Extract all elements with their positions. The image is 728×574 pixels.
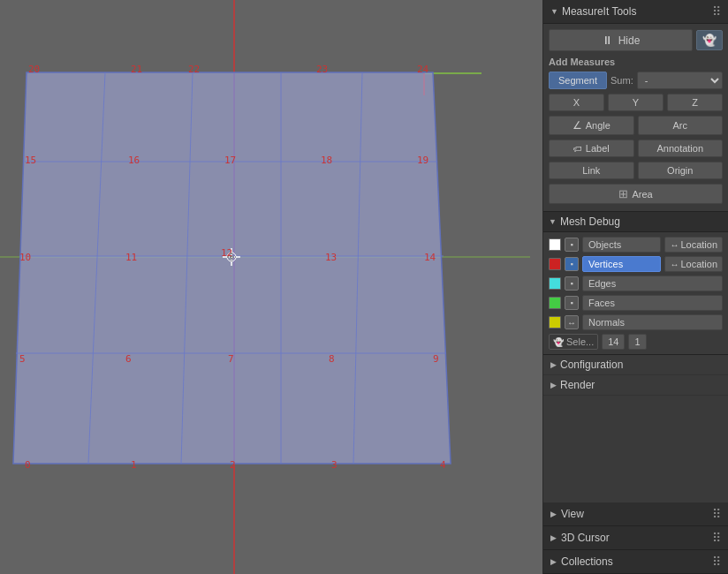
chevron-right-icon-config: ▶ — [550, 360, 557, 369]
view-section[interactable]: ▶ View ⠿ — [543, 502, 728, 526]
sum-label: Sum: — [610, 75, 633, 86]
normals-row: ↔ Normals — [549, 314, 723, 330]
grid-svg — [0, 0, 542, 574]
label-2: 2 — [230, 459, 236, 471]
angle-arc-row: ∠ Angle Arc — [549, 116, 723, 135]
view-label: View — [561, 508, 584, 520]
cursor-label: 3D Cursor — [561, 532, 610, 544]
vertices-location-btn[interactable]: ↔ Location — [664, 256, 723, 272]
xyz-row: X Y Z — [549, 94, 723, 111]
objects-label-btn[interactable]: Objects — [582, 237, 661, 253]
faces-row: ▪ Faces — [549, 295, 723, 311]
faces-swatch — [549, 297, 561, 309]
z-button[interactable]: Z — [667, 94, 723, 111]
label-10: 10 — [19, 252, 31, 263]
ghost-button[interactable]: 👻 — [696, 30, 723, 50]
objects-row: ▪ Objects ↔ Location — [549, 237, 723, 253]
sele-button[interactable]: 👻 Sele... — [549, 334, 598, 350]
vertices-location-text: Location — [680, 259, 717, 269]
label-21: 21 — [131, 64, 142, 75]
collections-label: Collections — [561, 555, 613, 568]
ghost-icon: 👻 — [702, 34, 717, 47]
dots-icon-view: ⠿ — [712, 507, 721, 521]
sum-select[interactable]: - + — [637, 72, 723, 89]
chevron-right-icon-collections: ▶ — [550, 557, 557, 566]
x-button[interactable]: X — [549, 94, 604, 111]
angle-label: Angle — [586, 120, 610, 131]
angle-button[interactable]: ∠ Angle — [549, 116, 634, 135]
edges-swatch — [549, 277, 561, 290]
label-18: 18 — [321, 155, 332, 166]
label-text: Label — [586, 143, 610, 154]
label-16: 16 — [128, 155, 140, 166]
chevron-right-icon-render: ▶ — [550, 381, 557, 389]
render-row[interactable]: ▶ Render — [543, 375, 728, 396]
normals-swatch — [549, 316, 561, 329]
right-panel: ▼ MeasureIt Tools ⠿ ⏸ Hide 👻 Add Measure… — [542, 0, 728, 574]
edges-label-btn[interactable]: Edges — [582, 276, 723, 291]
label-6: 6 — [125, 353, 132, 365]
area-label: Area — [632, 189, 652, 200]
normals-toggle[interactable]: ↔ — [565, 315, 579, 329]
hide-row: ⏸ Hide 👻 — [549, 29, 723, 51]
dots-icon-collections: ⠿ — [712, 555, 721, 569]
y-button[interactable]: Y — [608, 94, 664, 111]
mesh-debug-header[interactable]: ▼ Mesh Debug — [543, 212, 728, 232]
sele-num2[interactable]: 1 — [628, 334, 646, 350]
label-14: 14 — [424, 252, 436, 263]
cursor-section[interactable]: ▶ 3D Cursor ⠿ — [543, 526, 728, 550]
area-row: ⊞ Area — [549, 184, 723, 204]
segment-button[interactable]: Segment — [549, 72, 607, 89]
measureit-content: ⏸ Hide 👻 Add Measures Segment Sum: - + X… — [543, 24, 728, 212]
faces-label-btn[interactable]: Faces — [582, 295, 723, 311]
origin-button[interactable]: Origin — [638, 162, 724, 179]
arrow-icon-v: ↔ — [670, 260, 679, 269]
render-label: Render — [560, 379, 595, 391]
hide-button[interactable]: ⏸ Hide — [549, 29, 693, 51]
dots-icon-cursor: ⠿ — [712, 531, 721, 545]
sele-text: Sele... — [566, 336, 594, 347]
mesh-debug-title: Mesh Debug — [560, 215, 620, 228]
label-button[interactable]: 🏷 Label — [549, 140, 634, 157]
sele-row: 👻 Sele... 14 1 — [549, 334, 723, 350]
edges-row: ▪ Edges — [549, 276, 723, 291]
svg-marker-4 — [13, 72, 451, 464]
label-1: 1 — [131, 459, 137, 471]
label-17: 17 — [224, 155, 236, 166]
chevron-down-icon: ▼ — [550, 7, 558, 16]
area-button[interactable]: ⊞ Area — [549, 184, 723, 204]
sele-num1[interactable]: 14 — [602, 334, 625, 350]
objects-swatch — [549, 238, 561, 251]
collections-section[interactable]: ▶ Collections ⠿ — [543, 550, 728, 574]
label-5: 5 — [19, 353, 26, 365]
arrow-icon: ↔ — [670, 240, 679, 250]
grid-icon: ⊞ — [618, 187, 628, 200]
measureit-header[interactable]: ▼ MeasureIt Tools ⠿ — [543, 0, 728, 24]
label-19: 19 — [417, 155, 428, 166]
edges-toggle[interactable]: ▪ — [565, 276, 579, 291]
normals-label-btn[interactable]: Normals — [582, 314, 723, 330]
vertices-swatch — [549, 258, 561, 270]
arc-button[interactable]: Arc — [638, 116, 724, 135]
label-0: 0 — [25, 459, 31, 471]
chevron-right-icon-cursor: ▶ — [550, 533, 557, 542]
vertices-toggle[interactable]: ▪ — [565, 257, 579, 271]
link-origin-row: Link Origin — [549, 162, 723, 179]
dots-icon: ⠿ — [712, 4, 721, 19]
annotation-button[interactable]: Annotation — [638, 140, 724, 157]
objects-location-btn[interactable]: ↔ Location — [664, 237, 723, 253]
configuration-row[interactable]: ▶ Configuration — [543, 355, 728, 375]
vertices-label-btn[interactable]: Vertices — [582, 256, 661, 272]
viewport: 0 1 2 3 4 5 6 7 8 9 10 11 12 13 14 15 16… — [0, 0, 542, 574]
objects-toggle[interactable]: ▪ — [565, 238, 579, 252]
label-20: 20 — [28, 64, 40, 75]
segment-row: Segment Sum: - + — [549, 72, 723, 89]
configuration-label: Configuration — [560, 359, 623, 371]
objects-location-text: Location — [680, 239, 717, 250]
chevron-right-icon-view: ▶ — [550, 510, 557, 518]
chevron-down-icon-mesh: ▼ — [549, 217, 557, 226]
faces-toggle[interactable]: ▪ — [565, 296, 579, 310]
hide-label: Hide — [618, 34, 641, 47]
link-button[interactable]: Link — [549, 162, 634, 179]
label-11: 11 — [125, 252, 137, 263]
